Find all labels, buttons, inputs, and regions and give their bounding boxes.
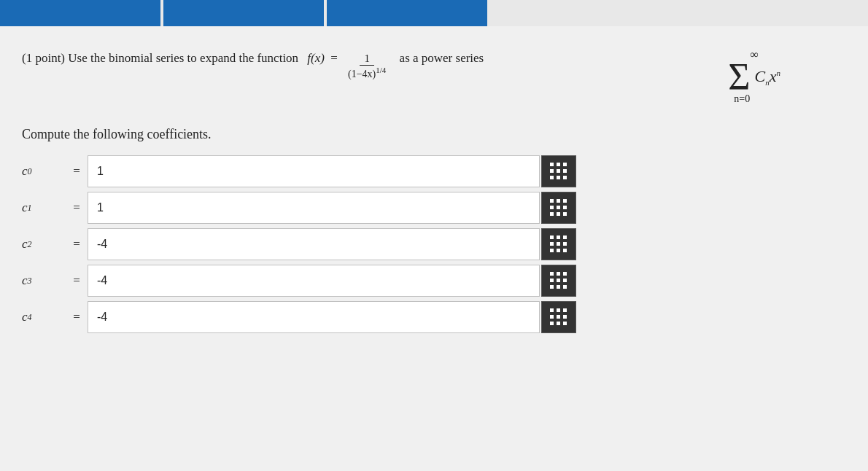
c3-input[interactable] [88,265,540,297]
c2-grid-icon[interactable] [541,228,576,260]
compute-label: Compute the following coefficients. [22,127,839,142]
fraction-numerator: 1 [360,52,374,66]
fraction: 1 (1−4x)1/4 [346,52,387,80]
c1-grid-icon[interactable] [541,192,576,224]
sigma-mid: Σ Cnxn [728,58,780,96]
top-button-3[interactable] [327,0,487,26]
c2-equals: = [66,237,88,252]
grid-dots [550,163,567,180]
c1-input[interactable] [88,192,540,224]
grid-dots [550,236,567,253]
c3-grid-icon[interactable] [541,265,576,297]
grid-dots [550,199,567,217]
c1-equals: = [66,201,88,215]
coefficients-table: c0 = c1 = [22,154,576,335]
table-row: c2 = [22,227,576,262]
c2-label: c2 [22,237,66,252]
table-row: c3 = [22,263,576,298]
table-row: c4 = [22,300,576,335]
question-suffix: as a power series [400,48,484,69]
c4-equals: = [66,310,88,324]
c0-grid-icon[interactable] [541,155,576,187]
c4-grid-icon[interactable] [541,301,576,333]
function-notation: f(x) [307,48,325,69]
sigma-lower: n=0 [734,93,750,105]
top-bar [0,0,868,26]
fraction-denominator: (1−4x)1/4 [346,66,387,80]
top-button-1[interactable] [0,0,160,26]
c3-equals: = [66,273,88,288]
grid-dots [550,272,567,289]
c2-input[interactable] [88,228,540,260]
main-content: (1 point) Use the binomial series to exp… [0,26,868,471]
table-row: c1 = [22,190,576,225]
c1-label: c1 [22,201,66,215]
c4-input[interactable] [88,301,540,333]
c0-equals: = [66,164,88,179]
grid-dots [550,308,567,326]
sigma-symbol: Σ [728,58,750,96]
question-prefix: (1 point) Use the binomial series to exp… [22,48,298,69]
series-expression: Cnxn [755,67,780,87]
question-text: (1 point) Use the binomial series to exp… [22,48,484,80]
top-button-2[interactable] [163,0,324,26]
series-formula: ∞ Σ Cnxn n=0 [728,48,780,105]
c0-input[interactable] [88,155,540,187]
table-row: c0 = [22,154,576,189]
c3-label: c3 [22,273,66,288]
c4-label: c4 [22,310,66,324]
c0-label: c0 [22,164,66,179]
